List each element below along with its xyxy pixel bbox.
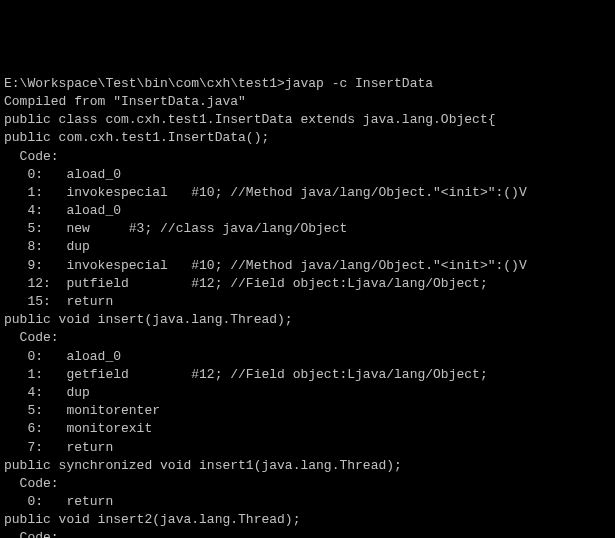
terminal-line: 5: monitorenter <box>4 402 611 420</box>
terminal-line: public void insert2(java.lang.Thread); <box>4 511 611 529</box>
terminal-line: 15: return <box>4 293 611 311</box>
terminal-line: public void insert(java.lang.Thread); <box>4 311 611 329</box>
terminal-line: Compiled from "InsertData.java" <box>4 93 611 111</box>
terminal-line: Code: <box>4 148 611 166</box>
terminal-line: 4: dup <box>4 384 611 402</box>
terminal-line: 12: putfield #12; //Field object:Ljava/l… <box>4 275 611 293</box>
terminal-line: Code: <box>4 329 611 347</box>
terminal-line: 1: invokespecial #10; //Method java/lang… <box>4 184 611 202</box>
terminal-line: public class com.cxh.test1.InsertData ex… <box>4 111 611 129</box>
terminal-line: 4: aload_0 <box>4 202 611 220</box>
terminal-line: 1: getfield #12; //Field object:Ljava/la… <box>4 366 611 384</box>
terminal-line: 9: invokespecial #10; //Method java/lang… <box>4 257 611 275</box>
terminal-line: 8: dup <box>4 238 611 256</box>
terminal-line: public com.cxh.test1.InsertData(); <box>4 129 611 147</box>
terminal-line: E:\Workspace\Test\bin\com\cxh\test1>java… <box>4 75 611 93</box>
terminal-line: 0: aload_0 <box>4 348 611 366</box>
terminal-line: Code: <box>4 475 611 493</box>
terminal-output: E:\Workspace\Test\bin\com\cxh\test1>java… <box>4 75 611 538</box>
terminal-line: 6: monitorexit <box>4 420 611 438</box>
terminal-line: 5: new #3; //class java/lang/Object <box>4 220 611 238</box>
terminal-line: 0: aload_0 <box>4 166 611 184</box>
terminal-line: 0: return <box>4 493 611 511</box>
terminal-line: 7: return <box>4 439 611 457</box>
terminal-line: public synchronized void insert1(java.la… <box>4 457 611 475</box>
terminal-line: Code: <box>4 529 611 538</box>
